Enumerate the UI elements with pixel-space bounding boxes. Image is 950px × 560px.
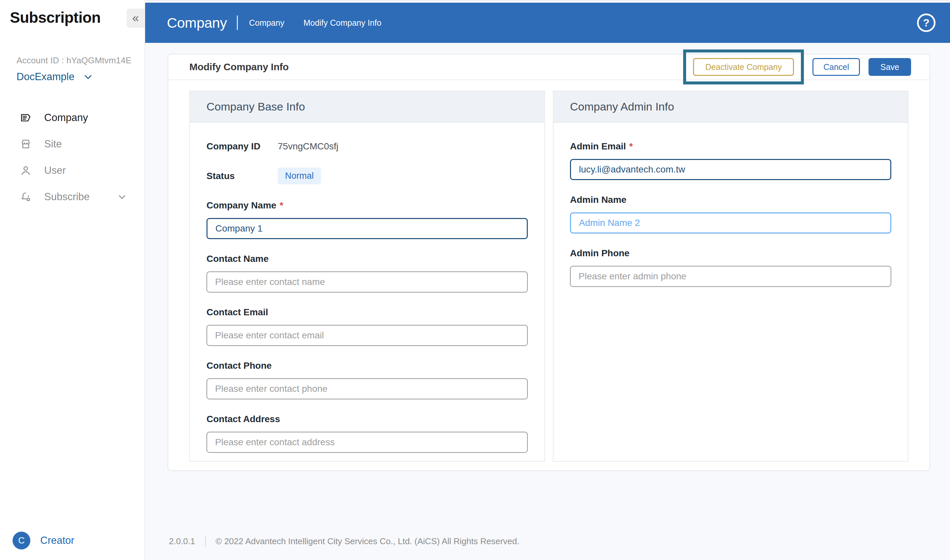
sidebar-collapse-button[interactable]: « <box>127 9 145 28</box>
required-asterisk: * <box>630 141 633 151</box>
breadcrumb-modify-company-info[interactable]: Modify Company Info <box>303 18 381 28</box>
creator-account[interactable]: C Creator <box>12 532 74 549</box>
status-badge: Normal <box>278 168 321 185</box>
company-tag-icon <box>20 112 32 124</box>
account-id-text: Account ID : hYaQGMtvm14E <box>17 55 145 66</box>
panel-title: Company Admin Info <box>570 100 674 113</box>
panel-title: Company Base Info <box>206 100 305 113</box>
company-name-field-group: Company Name* <box>206 200 528 239</box>
admin-name-input[interactable] <box>570 212 891 234</box>
contact-email-input[interactable] <box>206 325 528 346</box>
chevron-down-icon <box>83 72 93 82</box>
action-buttons: Deactivate Company Cancel Save <box>683 58 911 76</box>
page-footer: 2.0.0.1 © 2022 Advantech Intelligent Cit… <box>169 535 519 547</box>
user-icon <box>20 165 32 177</box>
contact-name-input[interactable] <box>206 271 528 292</box>
modify-company-card: Modify Company Info Deactivate Company C… <box>168 54 930 471</box>
sidebar-item-subscribe[interactable]: Subscribe <box>0 184 145 210</box>
subscribe-bell-icon <box>20 191 32 203</box>
sidebar-item-label: Subscribe <box>44 191 90 203</box>
company-name-label: Company Name* <box>206 200 528 211</box>
contact-email-label: Contact Email <box>206 307 528 318</box>
help-button[interactable]: ? <box>917 14 936 32</box>
account-name: DocExample <box>17 71 75 83</box>
card-body: Company Base Info Company ID 75vngCMC0sf… <box>168 80 930 462</box>
breadcrumb-company[interactable]: Company <box>249 18 284 28</box>
sidebar-item-label: Company <box>44 112 88 124</box>
admin-phone-input[interactable] <box>570 266 891 287</box>
panel-body: Company ID 75vngCMC0sfj Status Normal Co… <box>190 123 544 453</box>
contact-address-label: Contact Address <box>206 414 528 425</box>
company-id-label: Company ID <box>206 141 278 152</box>
breadcrumb: Company Modify Company Info <box>249 18 381 28</box>
chevron-down-icon <box>117 192 127 202</box>
app-header: Company Company Modify Company Info ? <box>145 3 950 43</box>
company-admin-info-panel: Company Admin Info Admin Email* Admin Na… <box>553 91 908 462</box>
top-strip <box>145 0 950 3</box>
status-row: Status Normal <box>206 168 528 185</box>
contact-phone-input[interactable] <box>206 378 528 399</box>
company-id-row: Company ID 75vngCMC0sfj <box>206 141 528 152</box>
panel-header: Company Admin Info <box>554 91 908 123</box>
contact-name-field-group: Contact Name <box>206 254 528 292</box>
company-name-input[interactable] <box>206 218 528 239</box>
creator-avatar: C <box>12 532 30 549</box>
page-section-title: Company <box>167 15 227 31</box>
admin-name-field-group: Admin Name <box>570 195 891 234</box>
admin-email-field-group: Admin Email* <box>570 141 891 180</box>
status-label: Status <box>206 171 278 182</box>
cancel-button[interactable]: Cancel <box>813 58 860 76</box>
admin-phone-field-group: Admin Phone <box>570 248 891 287</box>
contact-name-label: Contact Name <box>206 254 528 264</box>
admin-name-label: Admin Name <box>570 195 891 205</box>
company-id-value: 75vngCMC0sfj <box>278 141 339 152</box>
sidebar-item-label: Site <box>44 138 62 150</box>
site-storefront-icon <box>20 138 32 150</box>
deactivate-company-button[interactable]: Deactivate Company <box>693 58 794 76</box>
sidebar-item-company[interactable]: Company <box>0 105 145 131</box>
panel-header: Company Base Info <box>190 91 544 123</box>
admin-email-input[interactable] <box>570 159 891 180</box>
save-button[interactable]: Save <box>868 58 911 76</box>
footer-divider <box>205 535 206 547</box>
sidebar-menu: Company Site Subscribe User Subs <box>0 105 145 210</box>
creator-label: Creator <box>40 535 74 546</box>
required-asterisk: * <box>280 200 283 211</box>
title-divider <box>237 15 238 30</box>
account-switcher[interactable]: DocExample <box>17 71 145 83</box>
card-header: Modify Company Info Deactivate Company C… <box>168 54 930 80</box>
contact-address-input[interactable] <box>206 432 528 453</box>
admin-phone-label: Admin Phone <box>570 248 891 258</box>
collapse-chevrons-icon: « <box>132 11 139 25</box>
copyright-text: © 2022 Advantech Intelligent City Servic… <box>216 536 519 546</box>
contact-phone-field-group: Contact Phone <box>206 360 528 399</box>
question-mark-icon: ? <box>923 17 930 29</box>
contact-address-field-group: Contact Address <box>206 414 528 453</box>
account-block: Account ID : hYaQGMtvm14E DocExample <box>17 55 145 83</box>
annotation-highlight-box: Deactivate Company <box>683 49 804 85</box>
sidebar-item-label: User <box>44 165 66 177</box>
page-title: Modify Company Info <box>189 62 289 72</box>
contact-email-field-group: Contact Email <box>206 307 528 346</box>
sidebar: Subscription « Account ID : hYaQGMtvm14E… <box>0 0 145 560</box>
main-content: Modify Company Info Deactivate Company C… <box>145 43 950 560</box>
sidebar-item-site[interactable]: Site <box>0 131 145 157</box>
sidebar-item-user[interactable]: Subscribe User <box>0 157 145 184</box>
version-text: 2.0.0.1 <box>169 536 195 546</box>
contact-phone-label: Contact Phone <box>206 360 528 371</box>
company-base-info-panel: Company Base Info Company ID 75vngCMC0sf… <box>189 91 545 462</box>
app-logo: Subscription <box>10 9 145 26</box>
panel-body: Admin Email* Admin Name Admin Phone <box>554 123 908 287</box>
admin-email-label: Admin Email* <box>570 141 891 152</box>
